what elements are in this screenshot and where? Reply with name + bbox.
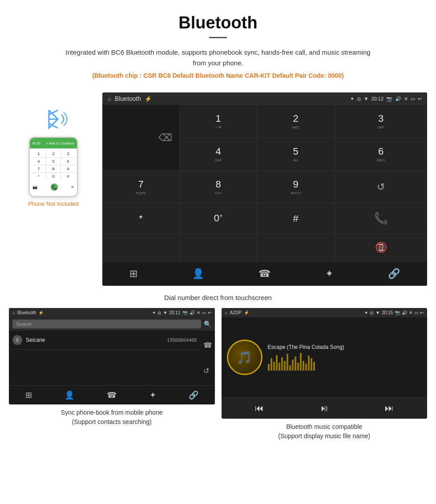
- pb-phone-icon[interactable]: ☎: [107, 390, 117, 400]
- hangup-button[interactable]: 📵: [335, 234, 427, 261]
- music-usb-icon: ⚡: [244, 310, 249, 315]
- pb-grid-icon[interactable]: ⊞: [25, 390, 32, 400]
- dialer-key-6[interactable]: 6 MNO: [335, 138, 427, 170]
- phone-top-label: M:20: [32, 141, 40, 145]
- phonebook-screenshot-item: ⌂ Bluetooth ⚡ ✦ ◎ ▼ 20:11 📷 🔊 ✕ ▭ ↩: [9, 308, 215, 441]
- pb-sync-right-icon[interactable]: ↺: [203, 367, 212, 375]
- call-button[interactable]: 📞: [335, 204, 427, 233]
- dialer-key-8[interactable]: 8 TUV: [180, 171, 257, 203]
- phone-call-button: 📞: [51, 184, 58, 191]
- pb-contacts-list: S Seicane 13566664466: [9, 331, 201, 385]
- title-divider: [209, 37, 227, 38]
- music-win-icon[interactable]: ▭: [414, 310, 418, 315]
- pb-topbar: ⌂ Bluetooth ⚡ ✦ ◎ ▼ 20:11 📷 🔊 ✕ ▭ ↩: [9, 308, 215, 317]
- pb-home-icon[interactable]: ⌂: [12, 310, 15, 315]
- dialer-key-hash[interactable]: #: [257, 204, 334, 233]
- car-dialer-screen: ⌂ Bluetooth ⚡ ✦ ◎ ▼ 20:12 📷 🔊 ✕ ▭ ↩: [102, 92, 427, 286]
- pb-time: 20:11: [169, 310, 180, 315]
- redial-icon: ↺: [377, 181, 385, 193]
- phone-key-7: 7: [32, 165, 46, 172]
- music-close-icon[interactable]: ✕: [409, 310, 412, 315]
- pb-bt-bottom-icon[interactable]: ✦: [149, 390, 156, 400]
- usb-icon: ⚡: [145, 96, 152, 102]
- phone-key-5: 5: [46, 158, 61, 165]
- music-time: 20:15: [382, 310, 393, 315]
- contacts-icon[interactable]: 👤: [192, 268, 204, 280]
- phonebook-caption: Sync phone-book from mobile phone (Suppo…: [61, 408, 163, 427]
- page-header: Bluetooth Integrated with BC6 Bluetooth …: [0, 0, 436, 88]
- phone-call-icon: 📞: [52, 185, 57, 190]
- dialer-key-9[interactable]: 9 WXYZ: [257, 171, 334, 203]
- phone-icon[interactable]: ☎: [258, 268, 270, 280]
- hangup-icon: 📵: [375, 242, 387, 253]
- dialer-key-3[interactable]: 3 DEF: [335, 105, 427, 137]
- bluetooth-icon[interactable]: ✦: [325, 268, 333, 280]
- pb-search-box[interactable]: Search: [12, 320, 201, 328]
- pb-search-row: Search 🔍: [9, 317, 215, 331]
- phone-key-star: *: [32, 173, 46, 180]
- dialer-key-1[interactable]: 1 ⌂ ✉: [180, 105, 257, 137]
- redial-button[interactable]: ↺: [335, 171, 427, 203]
- pb-close-icon[interactable]: ✕: [197, 310, 200, 315]
- music-home-icon[interactable]: ⌂: [225, 310, 228, 315]
- prev-icon[interactable]: ⏮: [255, 403, 264, 413]
- pb-contact-number: 13566664466: [167, 337, 197, 343]
- main-content: M:20 + Add to Contacts 1 2 3 4 5 6 7 8 9…: [0, 88, 436, 290]
- pb-topbar-right: ✦ ◎ ▼ 20:11 📷 🔊 ✕ ▭ ↩: [152, 310, 211, 315]
- dialer-empty-2: [180, 234, 257, 261]
- pb-vol-icon: 🔊: [190, 310, 195, 315]
- dialer-key-7[interactable]: 7 PQRS: [102, 171, 179, 203]
- grid-icon[interactable]: ⊞: [129, 268, 137, 280]
- music-screenshot-item: ⌂ A2DP ⚡ ✦ ◎ ▼ 20:15 📷 🔊 ✕ ▭ ↩: [222, 308, 428, 441]
- play-pause-icon[interactable]: ⏯: [320, 403, 329, 413]
- next-icon[interactable]: ⏭: [385, 403, 394, 413]
- phonebook-caption-line2: (Support contacts searching): [72, 418, 152, 425]
- eq-bar-5: [279, 363, 280, 371]
- phone-key-3: 3: [61, 150, 75, 157]
- music-back-icon[interactable]: ↩: [420, 310, 424, 315]
- pb-link-icon[interactable]: 🔗: [189, 390, 198, 400]
- music-caption-line1: Bluetooth music compatible: [286, 423, 362, 430]
- bottom-screenshots: ⌂ Bluetooth ⚡ ✦ ◎ ▼ 20:11 📷 🔊 ✕ ▭ ↩: [0, 308, 436, 450]
- dialer-empty-1: [102, 234, 179, 261]
- pb-win-icon[interactable]: ▭: [202, 310, 206, 315]
- phone-key-0: 0: [46, 173, 61, 180]
- music-equalizer: [268, 353, 422, 371]
- phone-top-bar: M:20 + Add to Contacts: [30, 138, 77, 148]
- pb-loc-icon: ◎: [157, 310, 161, 315]
- eq-bar-13: [300, 353, 302, 371]
- bluetooth-waves-icon: [36, 106, 71, 132]
- topbar-left: ⌂ Bluetooth ⚡: [108, 95, 152, 102]
- pb-back-icon[interactable]: ↩: [208, 310, 211, 315]
- eq-bar-10: [292, 360, 294, 371]
- music-note-icon: 🎵: [237, 350, 252, 365]
- dialer-key-star[interactable]: *: [102, 204, 179, 233]
- home-icon[interactable]: ⌂: [108, 96, 111, 102]
- music-cam-icon: 📷: [395, 310, 400, 315]
- bluetooth-icon-area: [36, 106, 71, 132]
- music-topbar: ⌂ A2DP ⚡ ✦ ◎ ▼ 20:15 📷 🔊 ✕ ▭ ↩: [222, 308, 428, 317]
- music-loc-icon: ◎: [370, 310, 374, 315]
- pb-sig-icon: ▼: [163, 310, 168, 315]
- pb-search-icon[interactable]: 🔍: [204, 320, 211, 328]
- dialer-key-4[interactable]: 4 GHI: [180, 138, 257, 170]
- dialer-display: ⌫: [102, 105, 179, 170]
- pb-person-icon[interactable]: 👤: [65, 390, 74, 400]
- window-icon[interactable]: ▭: [411, 96, 415, 102]
- pb-call-right-icon[interactable]: ☎: [203, 341, 212, 349]
- phone-camera-icon: 📷: [32, 185, 37, 189]
- back-icon[interactable]: ↩: [418, 96, 422, 102]
- dialer-key-5[interactable]: 5 JKL: [257, 138, 334, 170]
- link-icon[interactable]: 🔗: [388, 268, 400, 280]
- location-icon: ◎: [357, 96, 361, 102]
- eq-bar-16: [308, 356, 310, 371]
- eq-bar-11: [295, 356, 296, 371]
- pb-usb-icon: ⚡: [38, 310, 44, 315]
- eq-bar-15: [305, 364, 307, 371]
- close-icon[interactable]: ✕: [404, 96, 408, 102]
- dialer-key-2[interactable]: 2 ABC: [257, 105, 334, 137]
- phone-screen: 1 2 3 4 5 6 7 8 9 * 0 # 📷 📞: [30, 148, 77, 196]
- backspace-icon[interactable]: ⌫: [158, 132, 172, 144]
- dialer-key-0[interactable]: 0+: [180, 204, 257, 233]
- phone-key-4: 4: [32, 158, 46, 165]
